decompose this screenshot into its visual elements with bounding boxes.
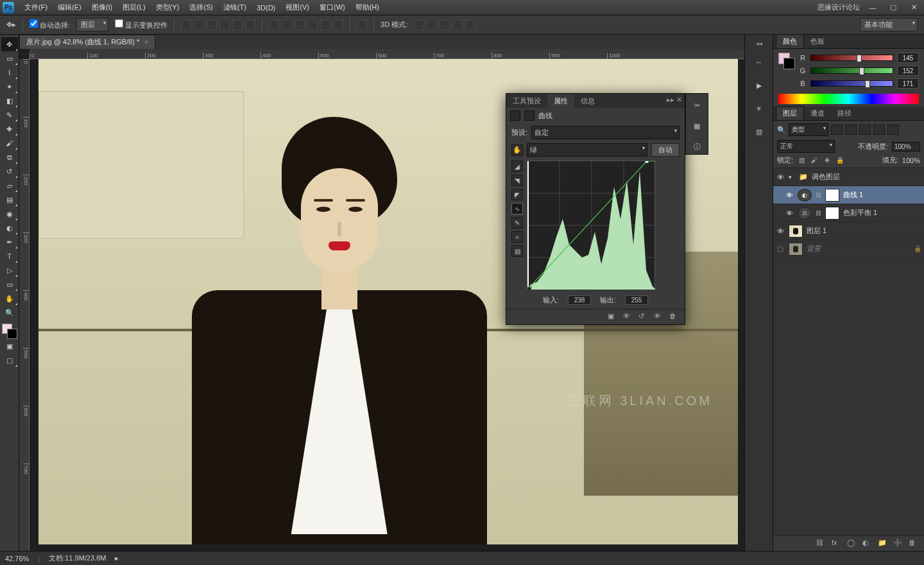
auto-select-checkbox[interactable]: 自动选择: <box>30 19 70 30</box>
new-adjust-icon[interactable]: ◐ <box>862 539 873 549</box>
navigator-panel-icon[interactable]: ✳ <box>751 101 767 116</box>
fill-value[interactable]: 100% <box>902 157 920 164</box>
align-icons[interactable] <box>181 20 255 30</box>
layer-curves[interactable]: 👁 ◐ ⛓ 曲线 1 <box>773 186 924 204</box>
input-value[interactable]: 238 <box>568 295 591 305</box>
dolly-3d-icon[interactable] <box>440 20 450 30</box>
menu-3d[interactable]: 3D(D) <box>252 4 280 12</box>
menu-type[interactable]: 类型(Y) <box>151 3 185 12</box>
menu-view[interactable]: 视图(V) <box>280 3 314 12</box>
history-panel-icon[interactable]: ↔ <box>751 55 767 70</box>
status-arrow-icon[interactable]: ▸ <box>115 554 119 562</box>
add-mask-icon[interactable]: ◯ <box>847 539 857 549</box>
slide-3d-icon[interactable] <box>452 20 463 30</box>
tab-properties[interactable]: 属性 <box>547 94 574 108</box>
menu-window[interactable]: 窗口(W) <box>314 3 350 12</box>
filter-smart-icon[interactable] <box>887 125 899 135</box>
mask-type-icon[interactable] <box>524 110 535 121</box>
tab-color[interactable]: 颜色 <box>776 34 804 48</box>
align-bottom-icon[interactable] <box>207 20 217 30</box>
channel-dropdown[interactable]: 绿 <box>527 143 647 157</box>
info-strip-icon[interactable]: ⓘ <box>689 139 705 154</box>
gradient-tool[interactable]: ▤ <box>1 193 18 207</box>
layer-fx-icon[interactable]: fx <box>832 539 842 549</box>
layer-mask-thumb[interactable] <box>825 207 839 220</box>
sampler-icon[interactable]: ✋ <box>511 144 523 156</box>
tab-layers[interactable]: 图层 <box>776 106 804 120</box>
align-vcenter-icon[interactable] <box>194 20 204 30</box>
screenmode-toggle[interactable]: ▢ <box>1 353 18 367</box>
clip-to-layer-icon[interactable]: ▣ <box>608 312 618 322</box>
distribute-right-icon[interactable] <box>333 20 343 30</box>
fg-bg-swatch[interactable] <box>778 53 795 69</box>
tab-swatches[interactable]: 色板 <box>804 35 831 48</box>
filter-type-icon[interactable] <box>859 125 871 135</box>
visibility-icon[interactable]: 👁 <box>776 173 785 181</box>
lock-transparent-icon[interactable]: ▨ <box>797 156 806 165</box>
mask-link-icon[interactable]: ⛓ <box>816 210 821 216</box>
r-slider[interactable] <box>810 55 893 61</box>
move-tool[interactable]: ✥ <box>1 37 18 51</box>
distribute-bottom-icon[interactable] <box>295 20 305 30</box>
lock-position-icon[interactable]: ✥ <box>823 156 832 165</box>
filter-shape-icon[interactable] <box>873 125 885 135</box>
toggle-visibility-icon[interactable]: 👁 <box>654 312 664 322</box>
blend-mode-dropdown[interactable]: 正常 <box>777 140 835 153</box>
auto-select-target-dropdown[interactable]: 图层 <box>76 18 108 31</box>
layer-group[interactable]: 👁 ▾ 📁 调色图层 <box>773 168 924 186</box>
window-minimize-icon[interactable]: — <box>865 3 880 13</box>
b-value[interactable] <box>897 78 919 89</box>
visibility-icon[interactable]: 👁 <box>785 191 794 199</box>
align-right-icon[interactable] <box>245 20 255 30</box>
brush-tool[interactable]: 🖌 <box>1 136 18 150</box>
auto-align-icon[interactable] <box>357 20 367 30</box>
tab-tool-presets[interactable]: 工具预设 <box>506 94 547 108</box>
menu-select[interactable]: 选择(S) <box>184 3 218 12</box>
history-brush-tool[interactable]: ↺ <box>1 164 18 178</box>
delete-layer-icon[interactable]: 🗑 <box>909 539 919 549</box>
filter-search-icon[interactable]: 🔍 <box>777 126 786 134</box>
panel-close-icon[interactable]: ▸▸ ✕ <box>667 96 682 104</box>
filter-kind-dropdown[interactable]: 类型 <box>789 123 828 136</box>
distribute-hcenter-icon[interactable] <box>320 20 330 30</box>
clone-tool[interactable]: ⧉ <box>1 150 18 164</box>
align-hcenter-icon[interactable] <box>232 20 243 30</box>
window-close-icon[interactable]: ✕ <box>906 3 921 13</box>
curve-point-icon[interactable]: ∿ <box>511 203 523 214</box>
b-slider[interactable] <box>810 80 893 87</box>
scale-3d-icon[interactable] <box>465 20 475 30</box>
menu-filter[interactable]: 滤镜(T) <box>218 3 252 12</box>
blur-tool[interactable]: ◉ <box>1 207 18 221</box>
r-value[interactable] <box>897 53 919 63</box>
layer-mask-thumb[interactable] <box>825 189 839 202</box>
zoom-value[interactable]: 42.76% <box>5 555 29 562</box>
tab-paths[interactable]: 路径 <box>831 107 858 120</box>
adjustments-strip-icon[interactable]: ✂ <box>689 98 705 113</box>
dock-collapse-icon[interactable]: ◂◂ <box>756 40 762 47</box>
curve-pencil-icon[interactable]: ✎ <box>511 217 523 229</box>
delete-adjust-icon[interactable]: 🗑 <box>669 312 680 322</box>
align-left-icon[interactable] <box>219 20 230 30</box>
document-tab[interactable]: 原片.jpg @ 42.8% (曲线 1, RGB/8) *× <box>19 35 155 49</box>
type-tool[interactable]: T <box>1 249 18 263</box>
visibility-icon[interactable]: 👁 <box>785 209 794 217</box>
align-top-icon[interactable] <box>181 20 191 30</box>
new-group-icon[interactable]: 📁 <box>878 539 888 549</box>
new-layer-icon[interactable]: ➕ <box>893 539 903 549</box>
opacity-value[interactable]: 100% <box>892 142 920 152</box>
distribute-left-icon[interactable] <box>307 20 318 30</box>
curve-options-icon[interactable]: ▤ <box>511 245 523 257</box>
pan-3d-icon[interactable] <box>427 20 437 30</box>
curve-smooth-icon[interactable]: ≈ <box>511 231 523 243</box>
tab-info[interactable]: 信息 <box>574 94 601 108</box>
workspace-dropdown[interactable]: 基本功能 <box>860 18 918 31</box>
menu-layer[interactable]: 图层(L) <box>117 3 150 12</box>
lock-pixels-icon[interactable]: 🖌 <box>810 156 819 165</box>
histogram-panel-icon[interactable]: ▥ <box>751 124 767 139</box>
visibility-icon[interactable]: 👁 <box>776 227 785 235</box>
dodge-tool[interactable]: ◐ <box>1 221 18 235</box>
eraser-tool[interactable]: ▱ <box>1 178 18 193</box>
quickmask-toggle[interactable]: ▣ <box>1 339 18 353</box>
actions-panel-icon[interactable]: ▶ <box>751 78 767 93</box>
g-value[interactable] <box>897 65 919 76</box>
